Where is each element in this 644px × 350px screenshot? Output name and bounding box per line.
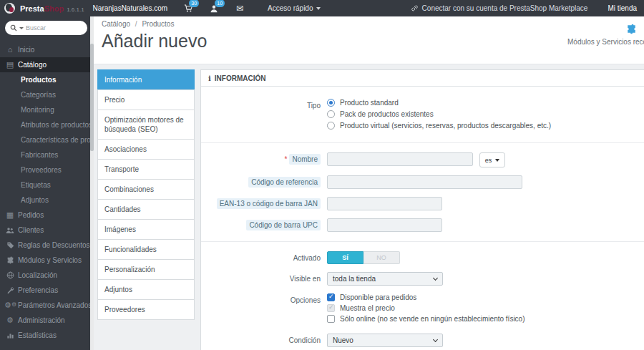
tab-imagenes[interactable]: Imágenes (97, 219, 195, 240)
checkbox-label: Muestra el precio (340, 304, 395, 312)
condition-select[interactable]: Nuevo (327, 334, 443, 347)
chevron-down-icon (433, 275, 438, 280)
breadcrumb-productos[interactable]: Productos (142, 20, 174, 28)
recommended-modules-link[interactable]: Módulos y Servicios reco (567, 24, 644, 46)
tab-funcionalidades[interactable]: Funcionalidades (97, 239, 195, 260)
sidebar-item-productos[interactable]: Productos (0, 72, 94, 87)
type-label: Tipo (201, 99, 327, 133)
sidebar-item-label: Estadísticas (18, 331, 57, 339)
sidebar-item-modulos[interactable]: Módulos y Servicios (0, 253, 94, 268)
checkbox-icon[interactable] (327, 315, 335, 323)
sidebar-item-proveedores[interactable]: Proveedores (0, 162, 94, 178)
search-input[interactable] (26, 24, 69, 31)
sidebar-item-label: Pedidos (18, 211, 44, 219)
shop-name-link[interactable]: NaranjasNaturales.com (93, 4, 168, 12)
tab-precio[interactable]: Precio (97, 89, 195, 110)
reference-input[interactable] (327, 175, 522, 189)
sidebar-search[interactable] (5, 21, 87, 35)
brand-presta: Presta (20, 4, 44, 13)
content: Información Precio Optimización motores … (94, 64, 644, 350)
sidebar-item-label: Clientes (18, 226, 44, 234)
sidebar-scrollbar[interactable] (90, 16, 94, 350)
sidebar-item-label: Administración (18, 316, 65, 324)
tab-proveedores[interactable]: Proveedores (97, 299, 195, 320)
sidebar-item-estadisticas[interactable]: Estadísticas (0, 328, 94, 343)
sidebar-item-clientes[interactable]: Clientes (0, 223, 94, 238)
cart-icon[interactable]: 30 (183, 4, 193, 14)
page-title: Añadir nuevo (102, 31, 644, 52)
sidebar-item-localizacion[interactable]: Localización (0, 268, 94, 283)
checkbox-disponible-pedidos[interactable]: Disponible para pedidos (327, 293, 644, 301)
sidebar-item-etiquetas[interactable]: Etiquetas (0, 178, 94, 193)
radio-icon[interactable] (327, 99, 335, 107)
ean-input[interactable] (327, 197, 442, 210)
ean-row: EAN-13 o código de barra JAN (201, 197, 644, 210)
recommended-modules-label: Módulos y Servicios reco (567, 38, 644, 46)
radio-pack-productos[interactable]: Pack de productos existentes (327, 110, 644, 118)
sidebar-item-fabricantes[interactable]: Fabricantes (0, 147, 94, 162)
tab-combinaciones[interactable]: Combinaciones (97, 179, 195, 200)
radio-producto-virtual[interactable]: Producto virtual (servicios, reservas, p… (327, 122, 644, 130)
brand-shop: Shop (44, 4, 64, 13)
upc-input[interactable] (327, 218, 442, 232)
sidebar-scrollbar-thumb[interactable] (90, 44, 94, 151)
sidebar-item-reglas-descuentos[interactable]: Reglas de Descuentos (0, 238, 94, 253)
radio-label: Producto virtual (servicios, reservas, p… (340, 122, 551, 130)
tab-personalizacion[interactable]: Personalización (97, 259, 195, 280)
sidebar-item-caracteristicas[interactable]: Características de product... (0, 132, 94, 147)
sidebar-item-atributos[interactable]: Atributos de productos (0, 117, 94, 132)
tab-transporte[interactable]: Transporte (97, 159, 195, 180)
sidebar-item-catalogo[interactable]: ▤ Catálogo (0, 57, 94, 72)
search-type-caret-icon[interactable] (19, 27, 24, 29)
quick-access-label: Acceso rápido (268, 4, 313, 12)
radio-icon[interactable] (327, 122, 335, 130)
radio-icon[interactable] (327, 110, 335, 118)
prestashop-logo-icon[interactable] (4, 3, 15, 14)
sidebar-item-adjuntos[interactable]: Adjuntos (0, 193, 94, 208)
sidebar-item-inicio[interactable]: ⌂ Inicio (0, 42, 94, 57)
breadcrumb-catalogo[interactable]: Catálogo (102, 20, 130, 28)
name-row: *Nombre es (201, 152, 644, 167)
link-icon (411, 4, 419, 12)
customers-badge[interactable]: 10 (215, 0, 225, 7)
sidebar-item-label: Parámetros Avanzados (18, 301, 92, 309)
visibility-select[interactable]: toda la tienda (327, 272, 443, 286)
tab-informacion[interactable]: Información (97, 69, 195, 90)
sidebar-item-monitoring[interactable]: Monitoring (0, 102, 94, 117)
breadcrumb: Catálogo / Productos (102, 20, 644, 28)
condition-label: Condición (201, 334, 327, 347)
quick-access-dropdown[interactable]: Acceso rápido (268, 4, 321, 12)
condition-value: Nuevo (333, 336, 353, 344)
customers-icon[interactable]: 10 (209, 4, 219, 14)
checkbox-muestra-precio[interactable]: Muestra el precio (327, 304, 644, 312)
tab-seo[interactable]: Optimización motores de búsqueda (SEO) (97, 110, 195, 140)
page-header: Catálogo / Productos Añadir nuevo Módulo… (94, 16, 644, 64)
tag-icon (4, 241, 16, 250)
toggle-yes-button[interactable]: SÍ (327, 251, 364, 264)
checkbox-solo-online[interactable]: Sólo online (no se vende en ningún estab… (327, 315, 644, 323)
brand[interactable]: PrestaShop1.6.1.1 (20, 4, 84, 13)
tab-adjuntos[interactable]: Adjuntos (97, 279, 195, 300)
name-input[interactable] (327, 152, 473, 166)
sidebar-item-preferencias[interactable]: Preferencias (0, 283, 94, 298)
my-shop-link[interactable]: Mi tienda (608, 4, 637, 12)
tab-asociaciones[interactable]: Asociaciones (97, 139, 195, 160)
checkbox-icon[interactable] (327, 293, 335, 301)
sidebar-item-categorias[interactable]: Categorías (0, 87, 94, 102)
orders-icon: ▦ (4, 211, 16, 219)
radio-producto-standard[interactable]: Producto standard (327, 99, 644, 107)
sidebar-item-label: Reglas de Descuentos (18, 241, 90, 249)
people-icon (4, 226, 16, 234)
sidebar-item-label: Localización (18, 271, 57, 279)
chevron-down-icon (316, 7, 321, 10)
tab-cantidades[interactable]: Cantidades (97, 199, 195, 220)
marketplace-connect-link[interactable]: Conectar con su cuenta de PrestaShop Mar… (411, 4, 588, 12)
toggle-no-button[interactable]: NO (364, 251, 400, 264)
sidebar-item-parametros[interactable]: ⚙⚙ Parámetros Avanzados (0, 298, 94, 313)
cart-badge[interactable]: 30 (189, 0, 199, 7)
messages-icon[interactable]: ✉ (235, 4, 245, 14)
language-dropdown[interactable]: es (479, 152, 506, 167)
sidebar-item-pedidos[interactable]: ▦ Pedidos (0, 208, 94, 223)
sidebar-item-administracion[interactable]: ⚙ Administración (0, 313, 94, 328)
bar-chart-icon (4, 331, 16, 340)
